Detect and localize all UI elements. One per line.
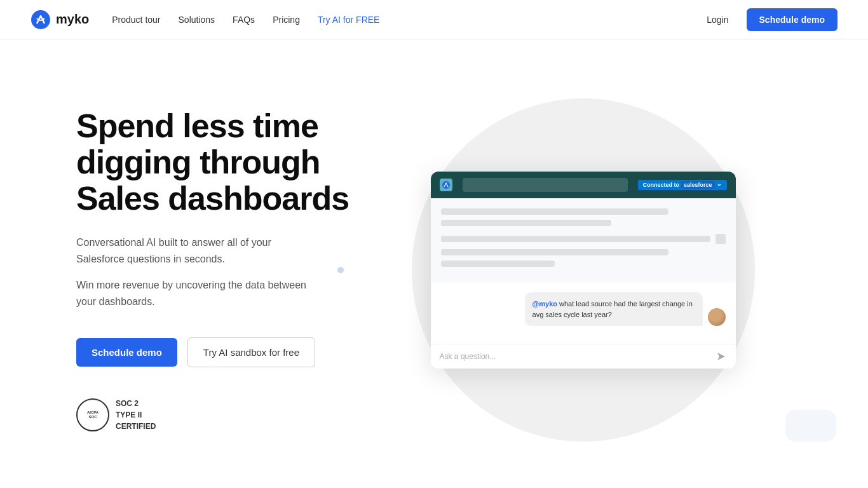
chevron-down-icon xyxy=(717,182,722,187)
content-line-5 xyxy=(441,261,555,267)
ask-question-bar[interactable]: Ask a question... xyxy=(431,344,736,369)
ask-placeholder-text: Ask a question... xyxy=(440,352,496,361)
myko-icon-small xyxy=(442,180,451,189)
chat-mention: @myko xyxy=(532,300,557,308)
chat-area: @myko what lead source had the largest c… xyxy=(431,282,736,344)
soc2-certified: CERTIFIED xyxy=(116,421,156,432)
soc2-text: SOC 2 TYPE II CERTIFIED xyxy=(116,398,156,432)
logo[interactable]: myko xyxy=(31,10,89,30)
send-icon[interactable] xyxy=(715,351,727,362)
nav-left: myko Product tour Solutions FAQs Pricing… xyxy=(31,10,379,30)
nav-right: Login Schedule demo xyxy=(699,8,837,31)
content-line-4 xyxy=(441,249,668,255)
app-mockup-window: Connected to salesforce xyxy=(431,172,736,369)
schedule-demo-button-nav[interactable]: Schedule demo xyxy=(747,8,837,31)
content-icon-small xyxy=(715,234,726,244)
nav-link-solutions[interactable]: Solutions xyxy=(179,15,215,25)
hero-headline-line1: Spend less time xyxy=(76,107,318,144)
app-body-content xyxy=(431,198,736,282)
nav-link-product-tour[interactable]: Product tour xyxy=(112,15,160,25)
soc2-aicpa: AICPA xyxy=(87,410,98,415)
hero-right: Connected to salesforce xyxy=(349,111,817,429)
chat-message-container: @myko what lead source had the largest c… xyxy=(441,292,726,326)
content-line-3 xyxy=(441,236,710,242)
hero-section: Spend less time digging through Sales da… xyxy=(0,39,868,488)
titlebar-search-bar xyxy=(463,178,628,192)
hero-subtext-1: Conversational AI built to answer all of… xyxy=(76,234,318,267)
app-icon xyxy=(440,179,452,191)
nav-link-try-ai[interactable]: Try AI for FREE xyxy=(318,15,380,25)
logo-text: myko xyxy=(56,12,89,27)
nav-link-pricing[interactable]: Pricing xyxy=(273,15,300,25)
nav-links: Product tour Solutions FAQs Pricing Try … xyxy=(112,15,379,25)
soc2-soc: SOC xyxy=(88,415,97,419)
hero-headline-line2: digging through xyxy=(76,144,320,180)
salesforce-label: salesforce xyxy=(681,181,715,189)
soc2-subtype: TYPE II xyxy=(116,409,156,421)
content-line-2 xyxy=(441,220,612,226)
hero-buttons: Schedule demo Try AI sandbox for free xyxy=(76,337,349,367)
hero-dot-decoration xyxy=(337,267,344,273)
navbar: myko Product tour Solutions FAQs Pricing… xyxy=(0,0,868,39)
soc2-type: SOC 2 xyxy=(116,398,156,409)
soc2-circle: AICPA SOC xyxy=(76,398,109,431)
schedule-demo-button-hero[interactable]: Schedule demo xyxy=(76,338,177,367)
login-button[interactable]: Login xyxy=(699,10,736,30)
myko-logo-icon xyxy=(31,10,51,30)
app-titlebar: Connected to salesforce xyxy=(431,172,736,198)
sandbox-button[interactable]: Try AI sandbox for free xyxy=(187,337,315,367)
speech-bubble-decoration xyxy=(785,410,836,442)
connected-badge: Connected to salesforce xyxy=(638,180,727,190)
chat-bubble: @myko what lead source had the largest c… xyxy=(525,292,703,326)
hero-headline-line3: Sales dashboards xyxy=(76,180,349,217)
soc2-badge: AICPA SOC SOC 2 TYPE II CERTIFIED xyxy=(76,398,349,432)
nav-link-faqs[interactable]: FAQs xyxy=(233,15,255,25)
connected-label: Connected to xyxy=(643,182,680,188)
hero-headline: Spend less time digging through Sales da… xyxy=(76,108,349,217)
content-line-1 xyxy=(441,208,668,215)
user-avatar xyxy=(708,308,726,326)
hero-subtext-2: Win more revenue by uncovering the data … xyxy=(76,277,318,309)
hero-left: Spend less time digging through Sales da… xyxy=(76,108,349,433)
